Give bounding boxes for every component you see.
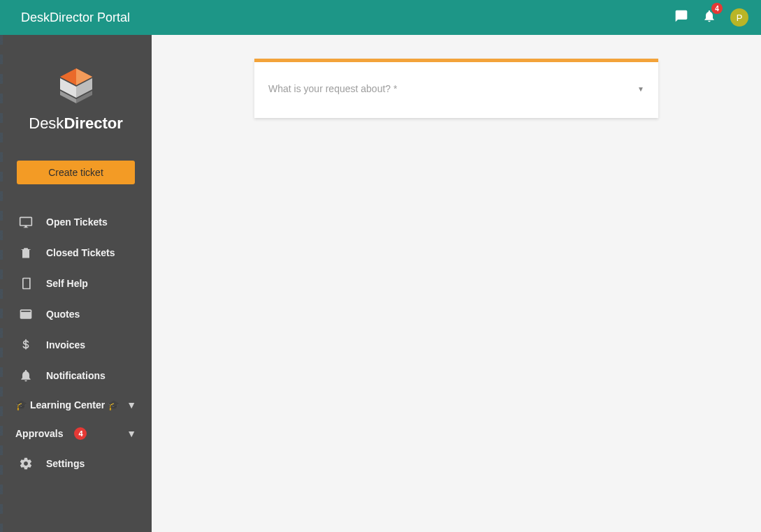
brand-text: DeskDirector — [29, 114, 122, 133]
sidebar-item-label: Approvals — [15, 428, 63, 439]
create-ticket-button[interactable]: Create ticket — [17, 161, 135, 184]
brand-logo: DeskDirector — [0, 47, 152, 161]
chevron-down-icon: ▼ — [126, 399, 136, 411]
sidebar-item-notifications[interactable]: Notifications — [0, 360, 152, 391]
monitor-icon — [18, 215, 34, 229]
request-card: What is your request about? * ▼ — [254, 59, 658, 118]
bell-outline-icon — [18, 369, 34, 383]
chevron-down-icon: ▼ — [126, 428, 136, 439]
chat-button[interactable] — [674, 9, 688, 26]
sidebar-item-label: Self Help — [46, 278, 88, 289]
chat-icon — [674, 13, 688, 25]
request-type-dropdown[interactable]: What is your request about? * ▼ — [268, 83, 644, 94]
dollar-icon — [18, 338, 34, 352]
sidebar-item-settings[interactable]: Settings — [0, 448, 152, 479]
book-icon — [18, 276, 34, 290]
layout: DeskDirector Create ticket Open Tickets … — [0, 35, 761, 532]
sidebar-item-closed-tickets[interactable]: Closed Tickets — [0, 237, 152, 268]
nav: Open Tickets Closed Tickets Self Help Qu… — [0, 207, 152, 479]
sidebar-item-quotes[interactable]: Quotes — [0, 299, 152, 330]
sidebar-item-invoices[interactable]: Invoices — [0, 330, 152, 360]
app-title: DeskDirector Portal — [21, 10, 130, 25]
sidebar-item-self-help[interactable]: Self Help — [0, 268, 152, 299]
sidebar-group-learning-center[interactable]: 🎓 Learning Center 🎓 ▼ — [0, 391, 152, 419]
sidebar-item-label: Invoices — [46, 339, 85, 350]
sidebar: DeskDirector Create ticket Open Tickets … — [0, 35, 152, 532]
sidebar-item-label: Open Tickets — [46, 216, 108, 228]
logo-icon — [57, 68, 95, 106]
gear-icon — [18, 457, 34, 471]
sidebar-group-approvals[interactable]: Approvals 4 ▼ — [0, 419, 152, 448]
notifications-badge: 4 — [711, 3, 723, 14]
sidebar-item-label: 🎓 Learning Center 🎓 — [15, 399, 119, 411]
trash-icon — [18, 246, 34, 260]
notifications-button[interactable]: 4 — [702, 9, 716, 26]
approvals-badge: 4 — [74, 427, 87, 440]
sidebar-item-open-tickets[interactable]: Open Tickets — [0, 207, 152, 237]
main-content: What is your request about? * ▼ — [152, 35, 761, 532]
sidebar-item-label: Quotes — [46, 309, 80, 320]
caret-down-icon: ▼ — [637, 85, 644, 93]
bell-icon — [702, 13, 716, 25]
sidebar-item-label: Notifications — [46, 370, 106, 381]
sidebar-item-label: Settings — [46, 458, 85, 469]
request-placeholder: What is your request about? * — [268, 83, 397, 94]
header: DeskDirector Portal 4 P — [0, 0, 761, 35]
header-actions: 4 P — [674, 8, 748, 27]
card-icon — [18, 307, 34, 321]
avatar[interactable]: P — [730, 8, 748, 27]
sidebar-item-label: Closed Tickets — [46, 247, 115, 258]
